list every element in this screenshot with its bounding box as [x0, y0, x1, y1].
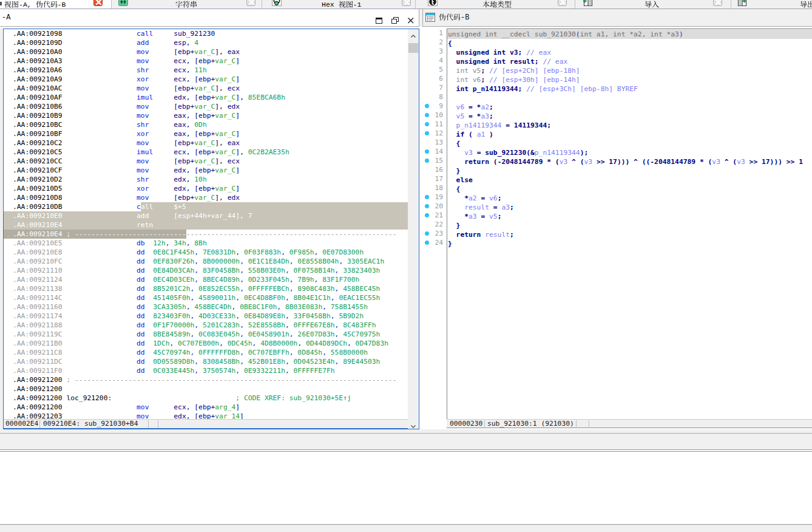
- disassembly-view[interactable]: .AA:00921098 call sub_921230.AA:0092109D…: [4, 29, 408, 419]
- pseudocode-line[interactable]: int v5; // [esp+2Ch] [ebp-18h]: [447, 66, 812, 75]
- tab-view-a-pseudocode-b[interactable]: -A, -B: [0, 0, 111, 9]
- disasm-line[interactable]: .AA:009210B9 mov eax, [ebp+var_C]: [4, 111, 408, 120]
- disasm-line[interactable]: .AA:00921098 call sub_921230: [4, 29, 408, 38]
- pseudocode-line[interactable]: unsigned int __cdecl sub_921030(int a1, …: [447, 30, 812, 39]
- pseudocode-view[interactable]: unsigned int __cdecl sub_921030(int a1, …: [447, 29, 812, 420]
- pseudocode-line[interactable]: v6 = *a2;: [447, 103, 812, 112]
- pseudocode-line[interactable]: if ( a1 ): [447, 130, 812, 139]
- disasm-line[interactable]: .AA:009210BC shr eax, 0Dh: [4, 120, 408, 129]
- line-bullet-icon[interactable]: [425, 240, 430, 245]
- disasm-line[interactable]: .AA:009210D8 mov [ebp+var_C], edx: [4, 193, 408, 202]
- disasm-line[interactable]: .AA:00921138 dd 8B5201C2h, 0E852EC55h, 0…: [4, 284, 408, 293]
- pseudocode-line[interactable]: {: [447, 139, 812, 148]
- disasm-line[interactable]: .AA:00921200: [4, 384, 408, 394]
- disasm-line[interactable]: .AA:0092119C dd 8BE84589h, 0C083E045h, 0…: [4, 330, 408, 339]
- pseudocode-line[interactable]: return result;: [447, 230, 812, 239]
- line-bullet-icon[interactable]: [425, 204, 430, 209]
- disasm-line[interactable]: .AA:0092109D add esp, 4: [4, 38, 408, 47]
- pseudocode-line[interactable]: {: [447, 185, 812, 194]
- line-bullet-icon[interactable]: [425, 231, 430, 236]
- disasm-line[interactable]: .AA:00921200 mov ecx, [ebp+arg_4]: [4, 403, 408, 412]
- disasm-line[interactable]: .AA:009210E4 ; -------------------------…: [4, 230, 408, 239]
- line-bullet-icon[interactable]: [425, 113, 430, 118]
- pseudocode-line[interactable]: unsigned int result; // eax: [447, 57, 812, 66]
- output-window[interactable]: [0, 452, 812, 524]
- disasm-line[interactable]: .AA:00921203 mov edx, [ebp+var_14]: [4, 412, 408, 419]
- disasm-line[interactable]: .AA:009210AC mov [ebp+var_C], ecx: [4, 84, 408, 93]
- tab-close-icon[interactable]: [558, 0, 567, 6]
- pseudocode-line[interactable]: }: [447, 166, 812, 176]
- disasm-line[interactable]: .AA:009210E0 add [esp+44h+var_44], 7: [4, 211, 408, 220]
- disassembly-scrollbar[interactable]: [408, 29, 419, 429]
- disasm-line[interactable]: .AA:009210AF imul edx, [ebp+var_C], 85EB…: [4, 93, 408, 102]
- disasm-line[interactable]: .AA:009210A9 xor ecx, [ebp+var_C]: [4, 75, 408, 84]
- maximize-icon[interactable]: [375, 16, 384, 23]
- pseudocode-line[interactable]: result = a3;: [447, 203, 812, 212]
- disasm-line[interactable]: .AA:009210CF mov edx, [ebp+var_C]: [4, 166, 408, 175]
- pseudocode-line[interactable]: [447, 94, 812, 103]
- tab-close-icon[interactable]: [246, 0, 255, 6]
- disasm-line[interactable]: .AA:0092114C dd 451405F0h, 45890011h, 0E…: [4, 293, 408, 302]
- close-icon[interactable]: [407, 16, 415, 23]
- pseudocode-line[interactable]: p_n14119344 = 14119344;: [447, 121, 812, 130]
- line-bullet-icon[interactable]: [425, 213, 430, 218]
- tab-strings[interactable]: [111, 0, 262, 9]
- disasm-line[interactable]: .AA:009210E5 db 12h, 34h, 8Bh: [4, 239, 408, 248]
- disasm-line[interactable]: .AA:00921174 dd 823403F0h, 4D03CE33h, 0E…: [4, 312, 408, 321]
- disasm-line[interactable]: .AA:009210A6 shr ecx, 11h: [4, 66, 408, 75]
- disasm-line[interactable]: .AA:009211DC dd 0D05589D8h, 8308458Bh, 4…: [4, 357, 408, 366]
- ida-view-a-titlebar[interactable]: -A: [0, 9, 419, 27]
- disasm-line[interactable]: .AA:009210E8 dd 0E8C1F445h, 7E0831Dh, 0F…: [4, 248, 408, 257]
- tab-imports[interactable]: [575, 0, 731, 9]
- pseudocode-line[interactable]: return (-2048144789 * (v3 ^ (v3 >> 17)))…: [447, 157, 812, 166]
- scroll-up-icon[interactable]: [410, 31, 416, 37]
- disasm-line[interactable]: .AA:00921200 loc_921200: ; CODE XREF: su…: [4, 394, 408, 403]
- disasm-line[interactable]: .AA:009210D5 xor edx, [ebp+var_C]: [4, 184, 408, 193]
- line-bullet-icon[interactable]: [425, 131, 430, 136]
- disasm-line[interactable]: .AA:009210DB call $+5: [4, 202, 408, 211]
- line-bullet-icon[interactable]: [425, 159, 430, 163]
- pseudocode-line[interactable]: *a2 = v6;: [447, 194, 812, 203]
- disasm-line[interactable]: .AA:00921160 dd 3CA3305h, 458BEC4Dh, 0BE…: [4, 302, 408, 312]
- line-bullet-icon[interactable]: [425, 104, 430, 109]
- pseudocode-line[interactable]: }: [447, 221, 812, 230]
- pseudocode-b-titlebar[interactable]: -B: [422, 9, 812, 27]
- pseudocode-line[interactable]: v3 = sub_921230(&p_n14119344);: [447, 148, 812, 157]
- restore-icon[interactable]: [391, 16, 399, 23]
- pseudocode-line[interactable]: else: [447, 176, 812, 185]
- tab-local-types[interactable]: [415, 0, 575, 9]
- scrollbar-thumb[interactable]: [408, 43, 418, 53]
- pseudocode-line[interactable]: v5 = *a3;: [447, 112, 812, 121]
- disasm-line[interactable]: .AA:009211F0 dd 0C033E445h, 3750574h, 0E…: [4, 366, 408, 375]
- disasm-line[interactable]: .AA:009211B0 dd 1DCh, 0C707EB00h, 0DC45h…: [4, 339, 408, 348]
- tab-close-icon[interactable]: [93, 0, 103, 6]
- disasm-line[interactable]: .AA:00921124 dd 0EC4D03CEh, 8BEC4D89h, 0…: [4, 275, 408, 284]
- scroll-down-icon[interactable]: [410, 421, 416, 427]
- pseudocode-line[interactable]: {: [447, 39, 812, 48]
- disasm-line[interactable]: .AA:009210C5 imul ecx, [ebp+var_C], 0C2B…: [4, 148, 408, 157]
- disasm-line[interactable]: .AA:009210D2 shr edx, 10h: [4, 175, 408, 184]
- disasm-line[interactable]: .AA:009211C8 dd 45C70974h, 0FFFFFFD8h, 0…: [4, 348, 408, 357]
- pseudocode-line[interactable]: int v6; // [esp+30h] [ebp-14h]: [447, 75, 812, 84]
- pseudocode-line[interactable]: unsigned int v3; // eax: [447, 48, 812, 57]
- pseudocode-line[interactable]: }: [447, 239, 812, 248]
- line-bullet-icon[interactable]: [425, 149, 430, 154]
- pseudocode-line[interactable]: *a3 = v5;: [447, 212, 812, 221]
- disasm-line[interactable]: .AA:009210E4 retn: [4, 220, 408, 230]
- line-bullet-icon[interactable]: [425, 122, 430, 127]
- tab-hex-view-1[interactable]: Hex -1: [262, 0, 415, 9]
- disasm-line[interactable]: .AA:009210BF xor eax, [ebp+var_C]: [4, 129, 408, 138]
- disasm-line[interactable]: .AA:009210FC dd 0EF830F26h, 8B000000h, 0…: [4, 257, 408, 266]
- disasm-line[interactable]: .AA:00921110 dd 0E84D03CAh, 83F0458Bh, 5…: [4, 266, 408, 275]
- disasm-line[interactable]: .AA:009210C2 mov [ebp+var_C], eax: [4, 138, 408, 148]
- pseudocode-line[interactable]: int p_n14119344; // [esp+3Ch] [ebp-8h] B…: [447, 84, 812, 94]
- line-bullet-icon[interactable]: [425, 195, 430, 200]
- disasm-line[interactable]: .AA:009210A3 mov ecx, [ebp+var_C]: [4, 56, 408, 66]
- tab-close-icon[interactable]: [713, 0, 722, 6]
- tab-exports[interactable]: [731, 0, 812, 9]
- disasm-line[interactable]: .AA:009210CC mov [ebp+var_C], ecx: [4, 157, 408, 166]
- disasm-line[interactable]: .AA:00921200 ; -------------------------…: [4, 375, 408, 384]
- disasm-line[interactable]: .AA:009210B6 mov [ebp+var_C], edx: [4, 102, 408, 111]
- disasm-line[interactable]: .AA:009210A0 mov [ebp+var_C], eax: [4, 47, 408, 56]
- disasm-line[interactable]: .AA:00921188 dd 0F1F70000h, 5201C283h, 5…: [4, 321, 408, 330]
